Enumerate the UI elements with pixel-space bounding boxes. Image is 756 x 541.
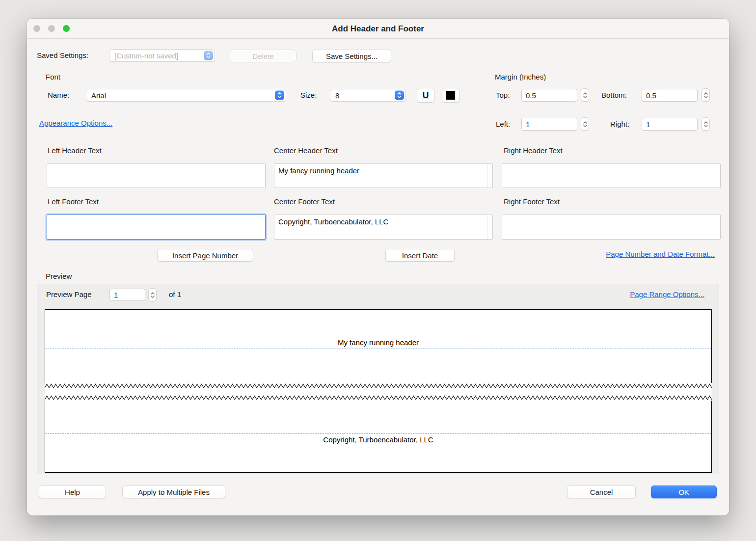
font-color-button[interactable] bbox=[442, 88, 459, 103]
margin-bottom-input[interactable] bbox=[642, 89, 698, 102]
right-header-textbox[interactable] bbox=[502, 163, 721, 188]
margin-bottom-label: Bottom: bbox=[601, 89, 627, 102]
insert-page-number-button[interactable]: Insert Page Number bbox=[157, 249, 253, 262]
preview-page: My fancy running header Copyright, Turbo… bbox=[45, 309, 712, 473]
margin-section-label: Margin (Inches) bbox=[495, 72, 546, 82]
window-title: Add Header and Footer bbox=[27, 19, 729, 39]
save-settings-button[interactable]: Save Settings... bbox=[312, 50, 391, 62]
textbox-scrollbar-track bbox=[260, 215, 265, 239]
left-header-textbox[interactable] bbox=[47, 163, 266, 188]
underline-icon: U bbox=[423, 90, 429, 101]
margin-top-input[interactable] bbox=[521, 89, 577, 102]
preview-header-text: My fancy running header bbox=[45, 338, 711, 347]
margin-top-label: Top: bbox=[496, 89, 510, 102]
center-header-text: My fancy running header bbox=[278, 166, 485, 175]
left-header-label: Left Header Text bbox=[48, 146, 102, 156]
titlebar: Add Header and Footer bbox=[27, 19, 729, 39]
appearance-options-link[interactable]: Appearance Options... bbox=[39, 119, 112, 127]
ok-button[interactable]: OK bbox=[651, 486, 717, 498]
font-name-value: Arial bbox=[91, 91, 106, 100]
preview-footer-text: Copyright, Turboencabulator, LLC bbox=[45, 435, 711, 444]
page-range-options-link[interactable]: Page Range Options... bbox=[630, 290, 704, 298]
font-section-label: Font bbox=[46, 72, 60, 82]
margin-right-input[interactable] bbox=[642, 118, 698, 131]
page-number-date-format-link[interactable]: Page Number and Date Format... bbox=[606, 250, 715, 258]
apply-to-multiple-files-button[interactable]: Apply to Multiple Files bbox=[122, 486, 225, 498]
black-color-swatch-icon bbox=[446, 91, 455, 100]
font-name-label: Name: bbox=[48, 89, 69, 102]
left-footer-textbox[interactable] bbox=[47, 215, 266, 240]
center-header-label: Center Header Text bbox=[274, 146, 338, 156]
textbox-scrollbar-track bbox=[487, 164, 492, 188]
saved-settings-dropdown[interactable]: [Custom-not saved] bbox=[109, 49, 215, 62]
chevron-up-down-icon bbox=[703, 120, 708, 128]
chevron-up-down-icon bbox=[583, 120, 588, 128]
right-header-label: Right Header Text bbox=[504, 146, 563, 156]
insert-date-button[interactable]: Insert Date bbox=[385, 249, 455, 262]
margin-right-label: Right: bbox=[610, 118, 629, 131]
cancel-button[interactable]: Cancel bbox=[567, 486, 636, 498]
chevron-up-down-icon bbox=[703, 91, 708, 99]
preview-page-input[interactable] bbox=[109, 289, 145, 301]
preview-page-label: Preview Page bbox=[46, 288, 92, 301]
center-footer-text: Copyright, Turboencabulator, LLC bbox=[278, 217, 485, 226]
add-header-footer-dialog: Add Header and Footer Saved Settings: [C… bbox=[27, 19, 729, 515]
textbox-scrollbar-track bbox=[487, 215, 492, 239]
margin-left-label: Left: bbox=[496, 118, 510, 131]
margin-right-stepper[interactable] bbox=[702, 117, 710, 131]
help-button[interactable]: Help bbox=[39, 486, 106, 498]
page-tear-zigzag-top bbox=[45, 383, 712, 389]
center-header-textbox[interactable]: My fancy running header bbox=[274, 163, 493, 188]
textbox-scrollbar-track bbox=[715, 164, 720, 188]
font-name-dropdown[interactable]: Arial bbox=[86, 89, 286, 102]
preview-section-label: Preview bbox=[46, 271, 72, 281]
margin-left-input[interactable] bbox=[521, 118, 577, 131]
left-footer-label: Left Footer Text bbox=[48, 197, 99, 207]
header-margin-guide bbox=[45, 349, 711, 349]
preview-page-count-label: of 1 bbox=[169, 288, 181, 301]
chevron-up-down-icon bbox=[583, 91, 588, 99]
margin-top-stepper[interactable] bbox=[581, 88, 589, 102]
margin-left-stepper[interactable] bbox=[581, 117, 589, 131]
saved-settings-label: Saved Settings: bbox=[37, 49, 88, 62]
preview-page-stepper[interactable] bbox=[148, 288, 157, 301]
preview-page-bottom: Copyright, Turboencabulator, LLC bbox=[45, 401, 712, 473]
saved-settings-value: [Custom-not saved] bbox=[114, 52, 178, 60]
chevron-up-down-icon bbox=[150, 291, 155, 299]
right-footer-label: Right Footer Text bbox=[504, 197, 560, 207]
textbox-scrollbar-track bbox=[715, 215, 720, 239]
chevron-up-down-icon bbox=[275, 91, 284, 100]
font-size-dropdown[interactable]: 8 bbox=[330, 89, 406, 102]
chevron-up-down-icon bbox=[204, 51, 213, 60]
textbox-scrollbar-track bbox=[260, 164, 265, 188]
font-size-label: Size: bbox=[300, 89, 317, 102]
chevron-up-down-icon bbox=[395, 91, 404, 100]
preview-page-top: My fancy running header bbox=[45, 309, 712, 383]
underline-button[interactable]: U bbox=[417, 88, 434, 103]
margin-bottom-stepper[interactable] bbox=[702, 88, 710, 102]
font-size-value: 8 bbox=[335, 91, 339, 100]
center-footer-label: Center Footer Text bbox=[274, 197, 335, 207]
center-footer-textbox[interactable]: Copyright, Turboencabulator, LLC bbox=[274, 215, 493, 240]
preview-groupbox: Preview Page of 1 Page Range Options... … bbox=[37, 284, 719, 474]
right-footer-textbox[interactable] bbox=[502, 215, 721, 240]
page-tear-zigzag-bottom bbox=[45, 395, 712, 401]
delete-button[interactable]: Delete bbox=[230, 50, 297, 62]
footer-margin-guide bbox=[45, 433, 711, 434]
